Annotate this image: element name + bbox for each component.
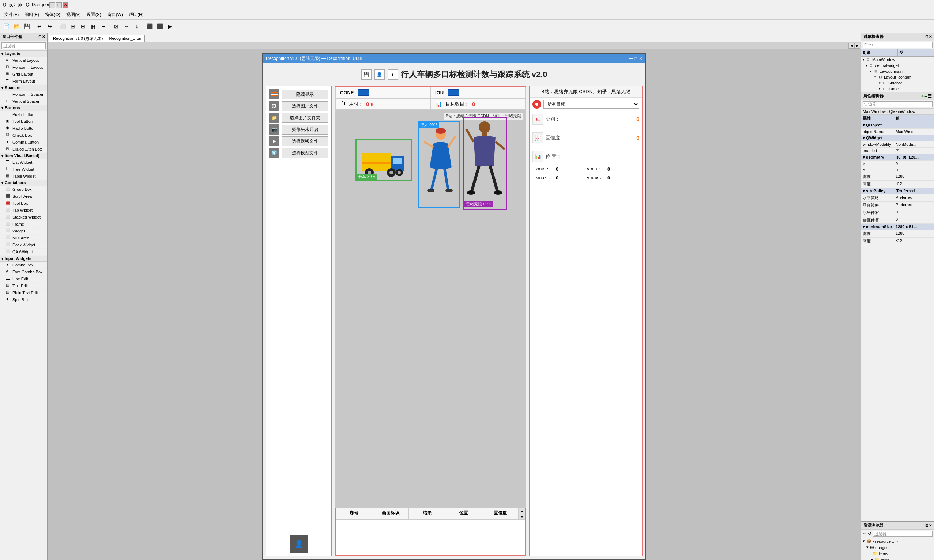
select-model-button[interactable]: 选择模型文件	[282, 148, 328, 158]
toolbar-layout-f[interactable]: ≣	[99, 22, 108, 31]
user-icon-btn[interactable]: 👤	[375, 69, 385, 80]
widget-combo-box[interactable]: ▼Combo Box	[0, 262, 47, 269]
widget-mdi-area[interactable]: ⬜MDI Area	[0, 235, 47, 242]
maximize-btn[interactable]: □	[56, 2, 62, 8]
widget-dialog-button-box[interactable]: ⊡Dialog ...ton Box	[0, 146, 47, 153]
toolbar-align-right[interactable]: ⬛	[155, 22, 165, 31]
category-input-widgets[interactable]: Input Widgets	[0, 255, 47, 262]
widget-tool-box[interactable]: 🧰Tool Box	[0, 200, 47, 207]
tree-layout-contain[interactable]: ▾ ⊟ Layout_contain	[861, 74, 934, 80]
toolbar-preview[interactable]: ▶	[165, 22, 175, 31]
widget-widget[interactable]: ⬜Widget	[0, 228, 47, 235]
tree-frame[interactable]: ▾ □ frame	[861, 86, 934, 92]
tree-mainwindow[interactable]: ▾ □ MainWindow	[861, 57, 934, 63]
res-item-login[interactable]: ▾ 📁 login	[861, 557, 934, 560]
object-inspector-close[interactable]: ✕	[929, 35, 932, 39]
conf-slider[interactable]	[358, 89, 369, 96]
category-itemview[interactable]: Item Vie...l-Based)	[0, 153, 47, 159]
scroll-up-arrow[interactable]: ▲	[519, 508, 525, 514]
nav-right-arrow[interactable]: ▶	[854, 43, 860, 49]
resource-refresh-icon[interactable]: ↺	[868, 531, 871, 536]
menu-settings[interactable]: 设置(S)	[84, 11, 104, 18]
widget-line-edit[interactable]: ▬Line Edit	[0, 275, 47, 283]
widget-stacked-widget[interactable]: ⬜Stacked Widget	[0, 214, 47, 221]
object-inspector-filter-input[interactable]	[863, 42, 932, 48]
toolbar-open[interactable]: 📂	[12, 22, 21, 31]
widget-tool-button[interactable]: ▣Tool Button	[0, 118, 47, 125]
menu-form[interactable]: 窗体(O)	[42, 11, 63, 18]
resource-edit-icon[interactable]: ✏	[863, 531, 866, 536]
property-sub-icon[interactable]: −	[925, 94, 927, 99]
resource-browser-close[interactable]: ✕	[929, 523, 932, 528]
info-icon-btn[interactable]: ℹ	[388, 69, 398, 80]
toolbar-adjust-h[interactable]: ↔	[122, 22, 131, 31]
res-item-images[interactable]: ▾ 🖼 images	[861, 544, 934, 551]
designer-tab-main[interactable]: Recognition v1.0 (思绪无限) — Recognition_UI…	[49, 35, 145, 42]
toolbar-align-left[interactable]: ⬛	[145, 22, 154, 31]
resource-browser-float[interactable]: ⊡	[925, 523, 928, 528]
widget-tree-widget[interactable]: ⊢Tree Widget	[0, 166, 47, 173]
widget-list-widget[interactable]: ☰List Widget	[0, 159, 47, 166]
widget-check-box[interactable]: ☑Check Box	[0, 132, 47, 139]
prop-windowmodality[interactable]: windowModality NonModa...	[861, 142, 934, 148]
tree-centralwidget[interactable]: ▾ □ centralwidget	[861, 63, 934, 68]
menu-edit[interactable]: 编辑(E)	[22, 11, 42, 18]
widget-text-edit[interactable]: ▤Text Edit	[0, 283, 47, 289]
widget-dock-widget[interactable]: ⬜Dock Widget	[0, 242, 47, 249]
widget-vertical-layout[interactable]: ≡Vertical Layout	[0, 57, 47, 64]
designed-max-btn[interactable]: □	[635, 56, 637, 61]
property-add-icon[interactable]: +	[921, 94, 924, 99]
prop-x[interactable]: X 0	[861, 161, 934, 167]
toolbar-save[interactable]: 💾	[22, 22, 31, 31]
toolbar-layout-v[interactable]: ⊞	[78, 22, 88, 31]
save-icon-btn[interactable]: 💾	[361, 69, 371, 80]
widget-font-combo-box[interactable]: AFont Combo Box	[0, 269, 47, 275]
minimize-btn[interactable]: —	[49, 2, 55, 8]
filter-dropdown[interactable]: 所有目标	[543, 100, 639, 109]
designer-canvas-area[interactable]: Recognition v1.0 (思绪无限) — Recognition_UI…	[48, 49, 861, 560]
prop-vert-policy[interactable]: 垂直策略 Preferred	[861, 202, 934, 209]
resource-filter-input[interactable]	[873, 531, 932, 537]
prop-y[interactable]: Y 0	[861, 167, 934, 173]
widget-push-button[interactable]: □Push Button	[0, 111, 47, 118]
widget-frame[interactable]: ⬜Frame	[0, 221, 47, 228]
widget-table-widget[interactable]: ▦Table Widget	[0, 173, 47, 180]
hide-show-button[interactable]: 隐藏显示	[282, 89, 328, 99]
widget-radio-button[interactable]: ◉Radio Button	[0, 125, 47, 132]
toolbar-undo[interactable]: ↩	[35, 22, 44, 31]
widget-box-float-icon[interactable]: ⊡	[39, 35, 41, 39]
prop-height[interactable]: 高度 812	[861, 181, 934, 188]
prop-min-width[interactable]: 宽度 1280	[861, 230, 934, 238]
widget-command-button[interactable]: ▼Comma...utton	[0, 139, 47, 146]
close-btn[interactable]: ✕	[63, 2, 68, 8]
res-item-resource[interactable]: ▾ 📦 <resource ...>	[861, 538, 934, 544]
tree-layout-main[interactable]: ▾ ⊟ Layout_main	[861, 68, 934, 74]
widget-qaxwidget[interactable]: ⬜QAxWidget	[0, 249, 47, 255]
widget-group-box[interactable]: ⬜Group Box	[0, 186, 47, 193]
widget-spin-box[interactable]: ⬍Spin Box	[0, 297, 47, 303]
widget-form-layout[interactable]: ≣Form Layout	[0, 78, 47, 85]
menu-help[interactable]: 帮助(H)	[126, 11, 146, 18]
toolbar-adjust-v[interactable]: ↕	[132, 22, 142, 31]
table-scrollbar[interactable]: ▲ ▼	[519, 508, 525, 519]
select-video-button[interactable]: 选择视频文件	[282, 136, 328, 146]
prop-enabled[interactable]: enabled ☑	[861, 148, 934, 154]
iou-slider[interactable]	[448, 89, 459, 96]
widget-grid-layout[interactable]: ⊞Grid Layout	[0, 71, 47, 78]
toolbar-break[interactable]: ⊠	[111, 22, 121, 31]
widget-box-close-icon[interactable]: ✕	[42, 35, 45, 39]
widget-scroll-area[interactable]: ⬛Scroll Area	[0, 193, 47, 200]
prop-vert-stretch[interactable]: 垂直伸缩 0	[861, 216, 934, 224]
menu-file[interactable]: 文件(F)	[2, 11, 22, 18]
prop-width[interactable]: 宽度 1280	[861, 173, 934, 181]
category-containers[interactable]: Containers	[0, 180, 47, 186]
widget-vert-spacer[interactable]: ↕Vertical Spacer	[0, 98, 47, 105]
object-inspector-float[interactable]: ⊡	[925, 35, 928, 39]
category-buttons[interactable]: Buttons	[0, 105, 47, 111]
res-item-icons1[interactable]: 📁 icons	[861, 551, 934, 557]
widget-search-input[interactable]	[2, 42, 46, 49]
widget-tab-widget[interactable]: ⬜Tab Widget	[0, 207, 47, 214]
toolbar-layout-h[interactable]: ⊟	[68, 22, 77, 31]
tree-sidebar[interactable]: ▾ □ Sidebar	[861, 80, 934, 86]
toolbar-redo[interactable]: ↪	[45, 22, 54, 31]
